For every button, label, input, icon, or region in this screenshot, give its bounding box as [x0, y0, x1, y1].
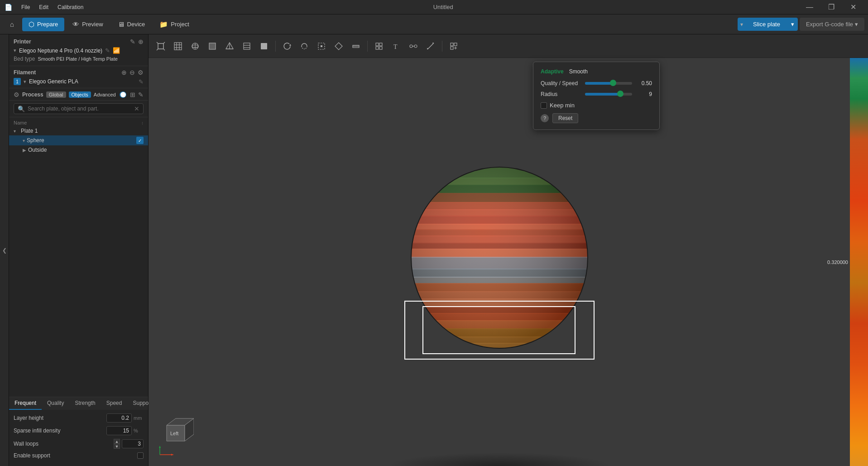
tb-solid-icon[interactable]: [256, 38, 272, 54]
svg-rect-31: [379, 47, 382, 49]
slice-main-label[interactable]: Slice plate: [746, 18, 787, 31]
tb-fit-icon[interactable]: [446, 38, 461, 54]
tab-smooth[interactable]: Smooth: [569, 68, 588, 75]
tab-bar: Frequent Quality Strength Speed Support …: [9, 397, 148, 410]
ruler-gradient: [850, 58, 868, 466]
search-box: 🔍 ✕: [14, 103, 144, 114]
tb-text-icon[interactable]: T: [388, 38, 404, 54]
tree-plate1[interactable]: ▾ Plate 1: [9, 126, 148, 135]
enable-support-checkbox[interactable]: [137, 452, 144, 459]
tb-diamond-icon[interactable]: [331, 38, 346, 54]
svg-rect-40: [454, 43, 457, 46]
tb-flip-icon[interactable]: [297, 38, 312, 54]
device-icon: 🖥: [118, 20, 125, 28]
tb-arrange-icon[interactable]: [371, 38, 387, 54]
wall-loops-down[interactable]: ▼: [114, 444, 120, 449]
close-button[interactable]: ✕: [843, 0, 863, 14]
printer-section: Printer ✎ ⊕ ▾ Elegoo Neptune 4 Pro (0.4 …: [9, 34, 148, 66]
tb-mesh-icon[interactable]: [406, 38, 421, 54]
bed-type-label: Bed type: [14, 56, 35, 62]
orient-cube[interactable]: Left: [158, 412, 194, 448]
svg-rect-30: [376, 47, 379, 49]
tb-measure-icon[interactable]: [423, 38, 438, 54]
tb-grid-icon[interactable]: [170, 38, 186, 54]
filament-edit-icon[interactable]: ✎: [139, 78, 144, 85]
sparse-infill-input[interactable]: [106, 426, 132, 435]
advanced-toggle[interactable]: [120, 91, 126, 98]
filament-number: 1: [14, 78, 21, 85]
outside-expand-icon[interactable]: ▶: [23, 148, 26, 153]
nav-preview[interactable]: 👁 Preview: [66, 18, 109, 31]
tab-frequent[interactable]: Frequent: [9, 397, 42, 410]
quality-speed-slider[interactable]: [585, 82, 632, 85]
tree-outside[interactable]: ▶ Outside: [9, 145, 148, 154]
keep-min-checkbox[interactable]: [541, 102, 547, 109]
tb-wireframe-icon[interactable]: [222, 38, 237, 54]
radius-label: Radius: [541, 91, 581, 97]
sphere-expand-icon[interactable]: ▾: [23, 138, 25, 143]
tab-adaptive[interactable]: Adaptive: [541, 68, 564, 75]
filament-section: Filament ⊕ ⊖ ⚙ 1 ▾ Elegoo Generic PLA ✎: [9, 66, 148, 88]
search-clear-icon[interactable]: ✕: [134, 105, 139, 112]
tb-perspective-icon[interactable]: [153, 38, 168, 54]
search-input[interactable]: [28, 106, 131, 112]
outside-label: Outside: [28, 147, 47, 153]
tab-quality[interactable]: Quality: [42, 397, 69, 410]
nav-home[interactable]: ⌂: [4, 18, 20, 31]
printer-name: ▾ Elegoo Neptune 4 Pro (0.4 nozzle) ✎ 📶: [14, 47, 144, 54]
svg-marker-80: [159, 446, 161, 448]
tree-header: Name ↕: [9, 119, 148, 126]
quality-speed-label: Quality / Speed: [541, 80, 581, 86]
nav-device[interactable]: 🖥 Device: [111, 18, 152, 31]
process-edit-icon[interactable]: ✎: [138, 91, 144, 98]
radius-slider[interactable]: [585, 93, 632, 96]
slice-button[interactable]: ▾ Slice plate ▾: [738, 18, 798, 31]
reset-row: ? Reset: [541, 113, 652, 123]
tb-slicer-icon[interactable]: [239, 38, 254, 54]
tb-rotate-icon[interactable]: [279, 38, 295, 54]
process-copy-icon[interactable]: ⊞: [130, 91, 135, 98]
tb-surface-icon[interactable]: [205, 38, 220, 54]
restore-button[interactable]: ❐: [821, 0, 842, 14]
printer-edit-icon[interactable]: ✎: [130, 38, 135, 45]
tab-speed[interactable]: Speed: [101, 397, 128, 410]
filament-add-icon[interactable]: ⊕: [121, 69, 127, 76]
menu-edit[interactable]: Edit: [35, 3, 52, 11]
left-collapse-button[interactable]: ❮: [0, 34, 9, 466]
tb-cut-icon[interactable]: [348, 38, 364, 54]
wall-loops-input[interactable]: [122, 439, 144, 448]
filament-remove-icon[interactable]: ⊖: [129, 69, 135, 76]
menu-file[interactable]: File: [18, 3, 34, 11]
sphere-check[interactable]: ✓: [136, 137, 144, 144]
nav-project[interactable]: 📁 Project: [153, 18, 195, 31]
layer-height-input[interactable]: [106, 413, 132, 423]
sparse-infill-value: %: [106, 426, 144, 435]
badge-global[interactable]: Global: [46, 91, 66, 98]
help-icon[interactable]: ?: [541, 114, 549, 122]
printer-wifi-icon[interactable]: 📶: [113, 47, 120, 54]
printer-title: Printer: [14, 38, 31, 45]
svg-marker-22: [289, 44, 291, 46]
plate1-expander[interactable]: ▾: [14, 129, 19, 134]
filament-settings-icon[interactable]: ⚙: [138, 69, 144, 76]
printer-add-icon[interactable]: ⊕: [138, 38, 144, 45]
slice-dropdown-icon[interactable]: ▾: [738, 18, 746, 31]
export-dropdown-icon[interactable]: ▾: [855, 21, 858, 28]
printer-edit2-icon[interactable]: ✎: [105, 47, 110, 54]
slice-arrow[interactable]: ▾: [787, 18, 798, 31]
svg-point-34: [414, 45, 417, 48]
export-button[interactable]: Export G-code file ▾: [800, 18, 864, 31]
tb-select-icon[interactable]: [314, 38, 329, 54]
svg-line-4: [157, 49, 158, 50]
minimize-button[interactable]: —: [799, 0, 820, 14]
reset-button[interactable]: Reset: [552, 113, 578, 123]
ruler-value: 0.320000: [827, 259, 848, 265]
menu-calibration[interactable]: Calibration: [54, 3, 87, 11]
tree-sphere[interactable]: ▾ Sphere ✓: [9, 135, 148, 145]
bottom-section: Frequent Quality Strength Speed Support …: [9, 397, 148, 466]
wall-loops-up[interactable]: ▲: [114, 439, 120, 444]
badge-objects[interactable]: Objects: [69, 91, 91, 98]
tb-orient-icon[interactable]: [187, 38, 203, 54]
nav-prepare[interactable]: ⬡ Prepare: [22, 18, 64, 31]
tab-strength[interactable]: Strength: [69, 397, 101, 410]
